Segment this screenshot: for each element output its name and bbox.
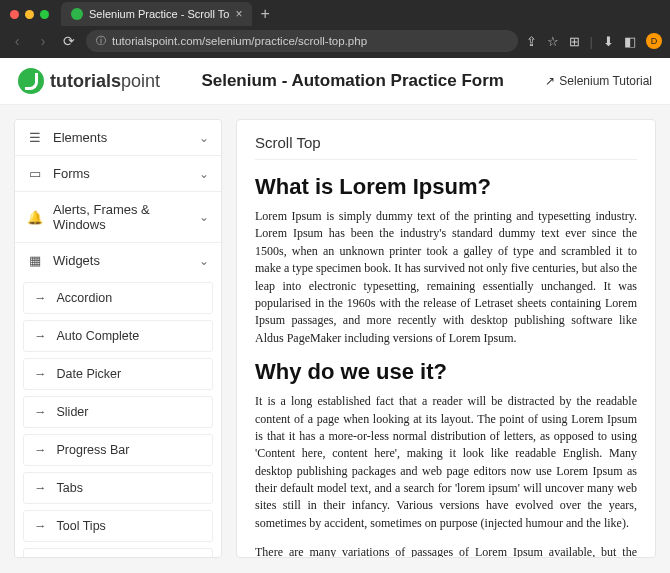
- chevron-down-icon: ⌄: [199, 254, 209, 268]
- chevron-down-icon: ⌄: [199, 210, 209, 224]
- favicon-icon: [71, 8, 83, 20]
- sidebar-item-progress-bar[interactable]: →Progress Bar: [23, 434, 213, 466]
- paragraph: It is a long established fact that a rea…: [255, 393, 637, 532]
- reload-button[interactable]: ⟳: [60, 33, 78, 49]
- heading-what-is: What is Lorem Ipsum?: [255, 174, 637, 200]
- divider: |: [590, 34, 593, 49]
- arrow-right-icon: →: [34, 329, 47, 343]
- sidebar-item-forms[interactable]: ▭ Forms ⌄: [15, 156, 221, 192]
- browser-chrome: Selenium Practice - Scroll To × + ‹ › ⟳ …: [0, 0, 670, 58]
- back-button[interactable]: ‹: [8, 33, 26, 49]
- tab-title: Selenium Practice - Scroll To: [89, 8, 229, 20]
- sidebar-item-accordion[interactable]: →Accordion: [23, 282, 213, 314]
- arrow-right-icon: →: [34, 443, 47, 457]
- url-text: tutorialspoint.com/selenium/practice/scr…: [112, 35, 367, 47]
- site-header: tutorialspoint Selenium - Automation Pra…: [0, 58, 670, 105]
- tab-strip: Selenium Practice - Scroll To × +: [0, 0, 670, 28]
- download-icon[interactable]: ⬇: [603, 34, 614, 49]
- heading-why-use: Why do we use it?: [255, 359, 637, 385]
- arrow-right-icon: →: [34, 405, 47, 419]
- maximize-window-button[interactable]: [40, 10, 49, 19]
- sidebar-item-alerts[interactable]: 🔔 Alerts, Frames & Windows ⌄: [15, 192, 221, 243]
- bookmark-icon[interactable]: ☆: [547, 34, 559, 49]
- window-controls: [6, 10, 55, 19]
- main-content: Scroll Top What is Lorem Ipsum? Lorem Ip…: [236, 119, 656, 558]
- paragraph: Lorem Ipsum is simply dummy text of the …: [255, 208, 637, 347]
- logo-text: tutorialspoint: [50, 71, 160, 92]
- address-bar-row: ‹ › ⟳ ⓘ tutorialspoint.com/selenium/prac…: [0, 28, 670, 58]
- site-info-icon[interactable]: ⓘ: [96, 34, 106, 48]
- arrow-right-icon: →: [34, 367, 47, 381]
- arrow-right-icon: →: [34, 291, 47, 305]
- external-link-icon: ↗: [545, 74, 555, 88]
- close-window-button[interactable]: [10, 10, 19, 19]
- sidebar-item-menu[interactable]: →Menu: [23, 548, 213, 558]
- sidebar-item-widgets[interactable]: ▦ Widgets ⌄: [15, 243, 221, 278]
- chevron-down-icon: ⌄: [199, 167, 209, 181]
- paragraph: There are many variations of passages of…: [255, 544, 637, 558]
- minimize-window-button[interactable]: [25, 10, 34, 19]
- panel-icon[interactable]: ◧: [624, 34, 636, 49]
- forward-button[interactable]: ›: [34, 33, 52, 49]
- body-wrap: ☰ Elements ⌄ ▭ Forms ⌄ 🔔 Alerts, Frames …: [0, 105, 670, 572]
- breadcrumb: Scroll Top: [255, 130, 637, 160]
- sidebar-item-tool-tips[interactable]: →Tool Tips: [23, 510, 213, 542]
- url-bar[interactable]: ⓘ tutorialspoint.com/selenium/practice/s…: [86, 30, 518, 52]
- sidebar-item-elements[interactable]: ☰ Elements ⌄: [15, 120, 221, 156]
- site-logo[interactable]: tutorialspoint: [18, 68, 160, 94]
- arrow-right-icon: →: [34, 519, 47, 533]
- share-icon[interactable]: ⇪: [526, 34, 537, 49]
- logo-icon: [18, 68, 44, 94]
- sidebar: ☰ Elements ⌄ ▭ Forms ⌄ 🔔 Alerts, Frames …: [14, 119, 222, 558]
- widgets-submenu: →Accordion →Auto Complete →Date Picker →…: [15, 278, 221, 558]
- bell-icon: 🔔: [27, 210, 43, 225]
- arrow-right-icon: →: [34, 557, 47, 558]
- extensions-icon[interactable]: ⊞: [569, 34, 580, 49]
- list-icon: ☰: [27, 130, 43, 145]
- browser-tab[interactable]: Selenium Practice - Scroll To ×: [61, 2, 252, 26]
- grid-icon: ▦: [27, 253, 43, 268]
- selenium-tutorial-link[interactable]: ↗ Selenium Tutorial: [545, 74, 652, 88]
- sidebar-item-date-picker[interactable]: →Date Picker: [23, 358, 213, 390]
- sidebar-item-slider[interactable]: →Slider: [23, 396, 213, 428]
- form-icon: ▭: [27, 166, 43, 181]
- toolbar-right: ⇪ ☆ ⊞ | ⬇ ◧ D: [526, 33, 662, 49]
- profile-avatar[interactable]: D: [646, 33, 662, 49]
- page-title: Selenium - Automation Practice Form: [160, 71, 545, 91]
- sidebar-item-tabs[interactable]: →Tabs: [23, 472, 213, 504]
- close-tab-icon[interactable]: ×: [235, 7, 242, 21]
- sidebar-item-auto-complete[interactable]: →Auto Complete: [23, 320, 213, 352]
- arrow-right-icon: →: [34, 481, 47, 495]
- page: tutorialspoint Selenium - Automation Pra…: [0, 58, 670, 572]
- new-tab-button[interactable]: +: [252, 5, 277, 23]
- chevron-down-icon: ⌄: [199, 131, 209, 145]
